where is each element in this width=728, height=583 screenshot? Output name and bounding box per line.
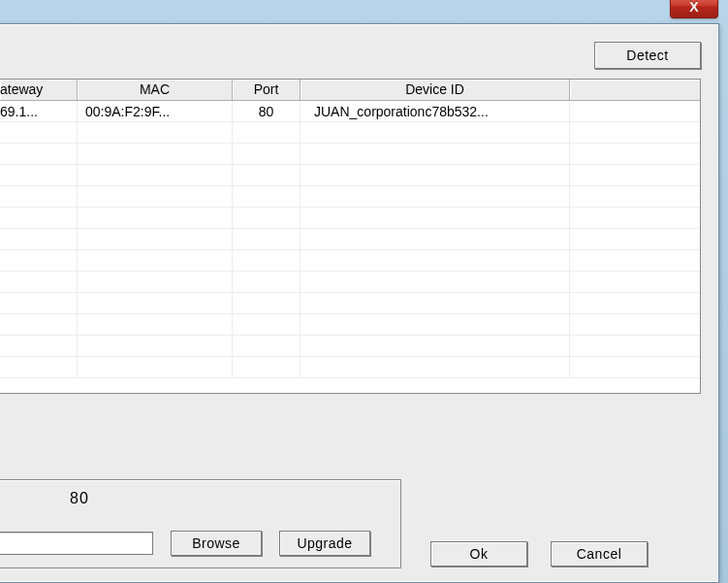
cell-port: 80 (233, 101, 301, 121)
table-row (0, 229, 700, 250)
cell-spacer (570, 101, 700, 121)
upgrade-button[interactable]: Upgrade (279, 531, 370, 556)
table-row (0, 144, 700, 165)
table-row (0, 165, 700, 186)
cell-mac: 00:9A:F2:9F... (78, 101, 233, 121)
table-row (0, 336, 700, 357)
table-row (0, 186, 700, 208)
table-row (0, 122, 700, 144)
col-port[interactable]: Port (233, 80, 301, 100)
table-row (0, 250, 700, 272)
table-row[interactable]: 69.1... 00:9A:F2:9F... 80 JUAN_corporati… (0, 101, 700, 122)
firmware-path-input[interactable] (0, 532, 153, 555)
port-value: 80 (70, 490, 385, 507)
col-spacer (570, 80, 700, 100)
table-row (0, 293, 700, 314)
table-header-row: ateway MAC Port Device ID (0, 80, 700, 101)
col-device-id[interactable]: Device ID (301, 80, 570, 100)
close-icon: X (689, 0, 698, 14)
table-row (0, 208, 700, 229)
close-button[interactable]: X (670, 0, 718, 18)
detect-button[interactable]: Detect (594, 42, 701, 69)
device-table: ateway MAC Port Device ID 69.1... 00:9A:… (0, 79, 701, 394)
upgrade-group: 80 Browse Upgrade (0, 479, 401, 568)
ok-button[interactable]: Ok (430, 541, 527, 567)
table-row (0, 357, 700, 378)
table-row (0, 272, 700, 293)
cell-device-id: JUAN_corporationc78b532... (301, 101, 570, 121)
table-row (0, 314, 700, 336)
col-mac[interactable]: MAC (78, 80, 233, 100)
cancel-button[interactable]: Cancel (551, 541, 648, 567)
dialog-frame: Detect ateway MAC Port Device ID 69.1...… (0, 23, 719, 583)
browse-button[interactable]: Browse (171, 531, 262, 556)
table-body: 69.1... 00:9A:F2:9F... 80 JUAN_corporati… (0, 101, 700, 378)
col-gateway[interactable]: ateway (0, 80, 78, 100)
cell-gateway: 69.1... (0, 101, 78, 121)
